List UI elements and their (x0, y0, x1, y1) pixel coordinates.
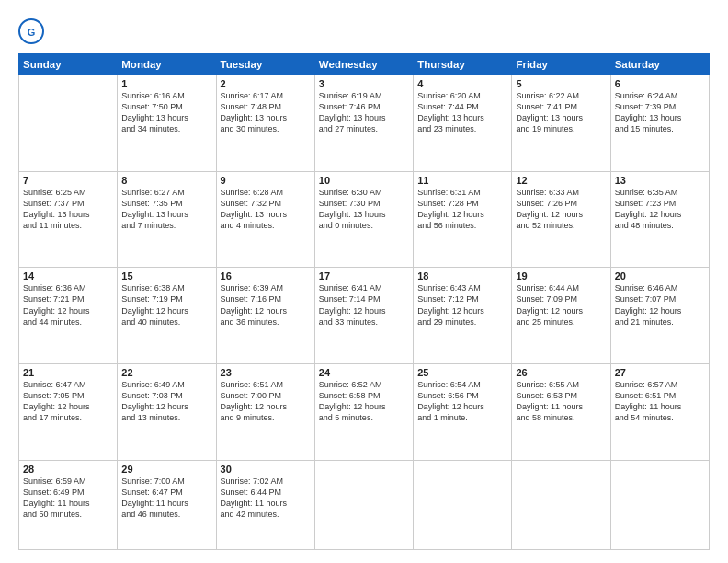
calendar-cell: 11Sunrise: 6:31 AM Sunset: 7:28 PM Dayli… (414, 171, 512, 268)
day-number: 6 (615, 78, 705, 89)
day-number: 27 (615, 367, 705, 378)
day-number: 26 (516, 367, 606, 378)
calendar-cell: 22Sunrise: 6:49 AM Sunset: 7:03 PM Dayli… (118, 363, 216, 460)
cell-info: Sunrise: 6:38 AM Sunset: 7:19 PM Dayligh… (121, 282, 211, 327)
day-number: 18 (417, 270, 507, 282)
weekday-header-monday: Monday (118, 54, 216, 75)
calendar-cell (512, 460, 610, 549)
day-number: 12 (516, 175, 606, 186)
calendar-cell (610, 460, 709, 549)
cell-info: Sunrise: 6:28 AM Sunset: 7:32 PM Dayligh… (221, 187, 311, 232)
day-number: 15 (121, 270, 211, 282)
cell-info: Sunrise: 7:02 AM Sunset: 6:44 PM Dayligh… (221, 476, 311, 521)
day-number: 21 (23, 367, 113, 378)
day-number: 30 (221, 464, 311, 475)
calendar-cell: 9Sunrise: 6:28 AM Sunset: 7:32 PM Daylig… (216, 171, 314, 268)
cell-info: Sunrise: 6:39 AM Sunset: 7:16 PM Dayligh… (221, 282, 311, 327)
calendar-cell: 16Sunrise: 6:39 AM Sunset: 7:16 PM Dayli… (216, 268, 314, 364)
day-number: 2 (221, 78, 311, 89)
day-number: 22 (121, 367, 211, 378)
calendar-cell: 8Sunrise: 6:27 AM Sunset: 7:35 PM Daylig… (118, 171, 216, 268)
day-number: 5 (516, 78, 606, 89)
day-number: 10 (319, 175, 409, 186)
calendar-cell: 19Sunrise: 6:44 AM Sunset: 7:09 PM Dayli… (512, 268, 610, 364)
day-number: 24 (319, 367, 409, 378)
cell-info: Sunrise: 6:30 AM Sunset: 7:30 PM Dayligh… (319, 187, 409, 232)
calendar-cell: 7Sunrise: 6:25 AM Sunset: 7:37 PM Daylig… (19, 171, 118, 268)
day-number: 17 (319, 270, 409, 282)
calendar-week-row: 1Sunrise: 6:16 AM Sunset: 7:50 PM Daylig… (19, 75, 710, 172)
cell-info: Sunrise: 6:25 AM Sunset: 7:37 PM Dayligh… (23, 187, 113, 232)
calendar-table: SundayMondayTuesdayWednesdayThursdayFrid… (18, 53, 710, 550)
weekday-header-thursday: Thursday (414, 54, 512, 75)
calendar-cell (19, 75, 118, 172)
cell-info: Sunrise: 6:22 AM Sunset: 7:41 PM Dayligh… (516, 90, 606, 135)
day-number: 29 (121, 464, 211, 475)
cell-info: Sunrise: 6:24 AM Sunset: 7:39 PM Dayligh… (615, 90, 705, 135)
day-number: 23 (221, 367, 311, 378)
day-number: 8 (121, 175, 211, 186)
cell-info: Sunrise: 6:19 AM Sunset: 7:46 PM Dayligh… (319, 90, 409, 135)
calendar-cell: 17Sunrise: 6:41 AM Sunset: 7:14 PM Dayli… (314, 268, 413, 364)
calendar-cell: 3Sunrise: 6:19 AM Sunset: 7:46 PM Daylig… (314, 75, 413, 172)
logo-graphic: G (18, 18, 44, 48)
day-number: 3 (319, 78, 409, 89)
cell-info: Sunrise: 6:27 AM Sunset: 7:35 PM Dayligh… (121, 187, 211, 232)
calendar-cell: 23Sunrise: 6:51 AM Sunset: 7:00 PM Dayli… (216, 363, 314, 460)
calendar-cell: 1Sunrise: 6:16 AM Sunset: 7:50 PM Daylig… (118, 75, 216, 172)
calendar-cell: 21Sunrise: 6:47 AM Sunset: 7:05 PM Dayli… (19, 363, 118, 460)
calendar-header-row: SundayMondayTuesdayWednesdayThursdayFrid… (19, 54, 710, 75)
cell-info: Sunrise: 6:49 AM Sunset: 7:03 PM Dayligh… (121, 379, 211, 424)
calendar-cell: 18Sunrise: 6:43 AM Sunset: 7:12 PM Dayli… (414, 268, 512, 364)
calendar-week-row: 28Sunrise: 6:59 AM Sunset: 6:49 PM Dayli… (19, 460, 710, 549)
weekday-header-saturday: Saturday (610, 54, 709, 75)
day-number: 16 (221, 270, 311, 282)
weekday-header-sunday: Sunday (19, 54, 118, 75)
cell-info: Sunrise: 6:54 AM Sunset: 6:56 PM Dayligh… (417, 379, 507, 424)
calendar-cell: 20Sunrise: 6:46 AM Sunset: 7:07 PM Dayli… (610, 268, 709, 364)
weekday-header-wednesday: Wednesday (314, 54, 413, 75)
page: G SundayMondayTuesdayWednesdayThursdayFr… (0, 0, 728, 563)
calendar-cell: 25Sunrise: 6:54 AM Sunset: 6:56 PM Dayli… (414, 363, 512, 460)
cell-info: Sunrise: 6:47 AM Sunset: 7:05 PM Dayligh… (23, 379, 113, 424)
cell-info: Sunrise: 6:46 AM Sunset: 7:07 PM Dayligh… (615, 282, 705, 327)
cell-info: Sunrise: 6:41 AM Sunset: 7:14 PM Dayligh… (319, 282, 409, 327)
day-number: 13 (615, 175, 705, 186)
calendar-cell: 12Sunrise: 6:33 AM Sunset: 7:26 PM Dayli… (512, 171, 610, 268)
day-number: 9 (221, 175, 311, 186)
cell-info: Sunrise: 6:31 AM Sunset: 7:28 PM Dayligh… (417, 187, 507, 232)
calendar-cell: 29Sunrise: 7:00 AM Sunset: 6:47 PM Dayli… (118, 460, 216, 549)
cell-info: Sunrise: 6:17 AM Sunset: 7:48 PM Dayligh… (221, 90, 311, 135)
calendar-cell: 28Sunrise: 6:59 AM Sunset: 6:49 PM Dayli… (19, 460, 118, 549)
cell-info: Sunrise: 6:57 AM Sunset: 6:51 PM Dayligh… (615, 379, 705, 424)
day-number: 14 (23, 270, 113, 282)
day-number: 1 (121, 78, 211, 89)
cell-info: Sunrise: 6:44 AM Sunset: 7:09 PM Dayligh… (516, 282, 606, 327)
calendar-week-row: 14Sunrise: 6:36 AM Sunset: 7:21 PM Dayli… (19, 268, 710, 364)
calendar-week-row: 7Sunrise: 6:25 AM Sunset: 7:37 PM Daylig… (19, 171, 710, 268)
cell-info: Sunrise: 6:33 AM Sunset: 7:26 PM Dayligh… (516, 187, 606, 232)
day-number: 28 (23, 464, 113, 475)
calendar-cell (314, 460, 413, 549)
cell-info: Sunrise: 6:52 AM Sunset: 6:58 PM Dayligh… (319, 379, 409, 424)
svg-text:G: G (28, 27, 36, 38)
calendar-cell: 2Sunrise: 6:17 AM Sunset: 7:48 PM Daylig… (216, 75, 314, 172)
calendar-cell: 30Sunrise: 7:02 AM Sunset: 6:44 PM Dayli… (216, 460, 314, 549)
day-number: 4 (417, 78, 507, 89)
weekday-header-friday: Friday (512, 54, 610, 75)
day-number: 20 (615, 270, 705, 282)
header: G (18, 17, 710, 48)
calendar-cell: 24Sunrise: 6:52 AM Sunset: 6:58 PM Dayli… (314, 363, 413, 460)
cell-info: Sunrise: 6:36 AM Sunset: 7:21 PM Dayligh… (23, 282, 113, 327)
day-number: 11 (417, 175, 507, 186)
cell-info: Sunrise: 6:43 AM Sunset: 7:12 PM Dayligh… (417, 282, 507, 327)
cell-info: Sunrise: 6:55 AM Sunset: 6:53 PM Dayligh… (516, 379, 606, 424)
calendar-cell: 10Sunrise: 6:30 AM Sunset: 7:30 PM Dayli… (314, 171, 413, 268)
calendar-cell (414, 460, 512, 549)
calendar-week-row: 21Sunrise: 6:47 AM Sunset: 7:05 PM Dayli… (19, 363, 710, 460)
cell-info: Sunrise: 6:35 AM Sunset: 7:23 PM Dayligh… (615, 187, 705, 232)
cell-info: Sunrise: 6:16 AM Sunset: 7:50 PM Dayligh… (121, 90, 211, 135)
logo: G (18, 18, 46, 48)
cell-info: Sunrise: 7:00 AM Sunset: 6:47 PM Dayligh… (121, 476, 211, 521)
calendar-cell: 13Sunrise: 6:35 AM Sunset: 7:23 PM Dayli… (610, 171, 709, 268)
